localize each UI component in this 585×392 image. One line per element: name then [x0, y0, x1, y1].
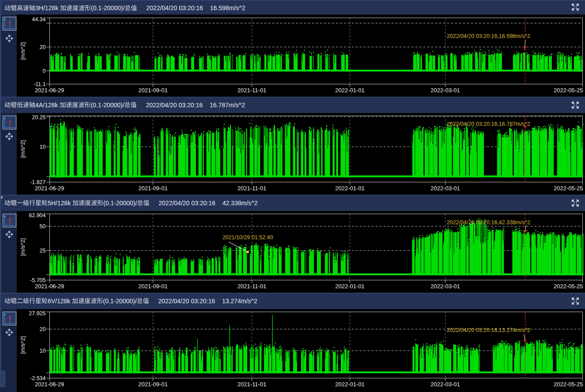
svg-text:2021-06-29: 2021-06-29 [35, 381, 64, 388]
svg-text:2022-01-01: 2022-01-01 [335, 283, 365, 290]
svg-text:(0.1-20000)/: (0.1-20000)/ [103, 200, 137, 207]
svg-text:27.925: 27.925 [29, 310, 45, 317]
svg-text:[m/s^2]: [m/s^2] [20, 238, 26, 256]
svg-text:2022-03-01: 2022-03-01 [430, 87, 460, 94]
svg-text:2022-01-01: 2022-01-01 [335, 381, 365, 388]
svg-text:-11.1: -11.1 [34, 81, 46, 87]
svg-text:2021-06-29: 2021-06-29 [35, 283, 64, 290]
svg-text:2022-01-01: 2022-01-01 [335, 87, 365, 94]
svg-text:2022/04/20 03:20:16: 2022/04/20 03:20:16 [146, 102, 203, 109]
svg-text:2021-09-01: 2021-09-01 [138, 87, 168, 94]
svg-text:2022-03-01: 2022-03-01 [430, 381, 460, 388]
svg-text:[m/s^2]: [m/s^2] [20, 336, 26, 354]
svg-text:-5.705: -5.705 [30, 277, 45, 283]
svg-text:13.274m/s^2: 13.274m/s^2 [222, 298, 257, 305]
svg-text:2021-06-29: 2021-06-29 [35, 87, 64, 94]
svg-text:3H/128k: 3H/128k [35, 4, 59, 11]
svg-text:2022/04/20 03:20:16: 2022/04/20 03:20:16 [159, 200, 215, 207]
svg-text:2021-11-01: 2021-11-01 [238, 283, 267, 290]
svg-text:50: 50 [40, 223, 46, 230]
svg-text:(0.1-20000)/: (0.1-20000)/ [91, 4, 125, 11]
svg-text:2021-09-01: 2021-09-01 [138, 381, 168, 388]
svg-text:-2.534: -2.534 [30, 375, 45, 381]
svg-text:[m/s^2]: [m/s^2] [20, 140, 26, 158]
svg-text:44.34: 44.34 [32, 16, 45, 23]
svg-text:2022/04/20 03:20:16,16.598m/s^: 2022/04/20 03:20:16,16.598m/s^2 [447, 33, 530, 39]
svg-text:2021-06-29: 2021-06-29 [35, 185, 64, 192]
svg-text:2022/04/20 03:20:16,42.338m/s^: 2022/04/20 03:20:16,42.338m/s^2 [447, 219, 530, 226]
svg-text:2022-05-25: 2022-05-25 [554, 283, 583, 290]
svg-text:2021-09-01: 2021-09-01 [138, 283, 168, 290]
svg-text:25: 25 [40, 248, 46, 254]
svg-text:2022/04/20 03:20:16: 2022/04/20 03:20:16 [146, 4, 203, 11]
svg-text:2021-11-01: 2021-11-01 [238, 381, 267, 388]
svg-text:6V/128k: 6V/128k [48, 298, 71, 305]
svg-text:62.904: 62.904 [29, 212, 45, 219]
svg-text:2021/10/29 01:52:40: 2021/10/29 01:52:40 [223, 234, 273, 241]
svg-text:2021-11-01: 2021-11-01 [238, 185, 267, 192]
svg-text:20: 20 [40, 44, 46, 50]
svg-text:2022-05-25: 2022-05-25 [554, 185, 583, 192]
svg-text:20: 20 [40, 326, 46, 332]
svg-text:0: 0 [43, 68, 46, 74]
svg-text:2022-01-01: 2022-01-01 [335, 185, 365, 192]
svg-text:(0.1-20000)/: (0.1-20000)/ [91, 102, 124, 109]
svg-text:2021-09-01: 2021-09-01 [138, 185, 168, 192]
svg-text:2022/04/20 03:20:16: 2022/04/20 03:20:16 [159, 298, 215, 305]
svg-text:2022-03-01: 2022-03-01 [430, 185, 460, 192]
svg-text:4A/128k: 4A/128k [35, 102, 58, 109]
svg-text:2022-05-25: 2022-05-25 [554, 87, 583, 94]
svg-text:16.598m/s^2: 16.598m/s^2 [210, 4, 245, 11]
svg-text:2022/04/20 03:20:16,16.787m/s^: 2022/04/20 03:20:16,16.787m/s^2 [447, 121, 530, 127]
svg-text:5H/128k: 5H/128k [48, 200, 71, 207]
svg-text:[m/s^2]: [m/s^2] [20, 42, 26, 60]
svg-text:2022-05-25: 2022-05-25 [554, 381, 583, 388]
svg-text:2022/04/20 03:20:16,13.274m/s^: 2022/04/20 03:20:16,13.274m/s^2 [447, 327, 530, 333]
svg-text:-1.827: -1.827 [30, 179, 45, 185]
svg-text:(0.1-20000)/: (0.1-20000)/ [103, 298, 136, 305]
svg-text:10: 10 [40, 144, 46, 150]
svg-text:42.338m/s^2: 42.338m/s^2 [223, 200, 258, 207]
svg-text:2022-03-01: 2022-03-01 [430, 283, 460, 290]
svg-text:2021-11-01: 2021-11-01 [238, 87, 267, 94]
svg-text:10: 10 [40, 348, 46, 354]
svg-text:16.787m/s^2: 16.787m/s^2 [210, 102, 245, 109]
svg-text:20.25: 20.25 [32, 114, 45, 121]
